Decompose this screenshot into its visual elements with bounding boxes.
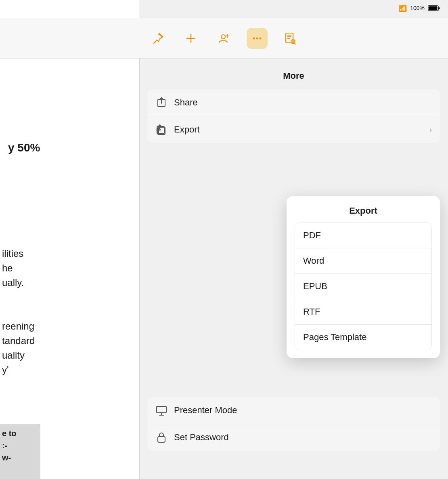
presenter-icon [155,404,167,416]
doc-preview-button[interactable] [280,28,301,49]
lock-icon [155,431,167,443]
share-icon [155,97,167,109]
doc-box-text: e to:-w- [2,427,17,464]
presenter-mode-label: Presenter Mode [174,405,432,416]
svg-line-14 [294,43,295,44]
panel-divider [139,59,140,479]
export-word-button[interactable]: Word [295,248,431,273]
export-epub-label: EPUB [303,281,327,292]
share-label: Share [174,97,432,108]
battery-percentage: 100% [410,5,425,11]
set-password-label: Set Password [174,432,432,443]
export-pages-template-button[interactable]: Pages Template [295,324,431,350]
add-user-button[interactable] [214,28,234,49]
more-panel-title: More [139,59,448,89]
export-popup: Export PDF Word EPUB RTF Pages Template [287,196,440,358]
export-popup-title: Export [287,196,440,223]
export-epub-button[interactable]: EPUB [295,273,431,299]
toolbar [0,18,448,59]
export-label: Export [174,124,423,135]
svg-rect-18 [157,406,166,413]
doc-text-2: ilitiesheually. [2,246,24,290]
pin-button[interactable] [147,28,168,49]
svg-point-8 [253,37,255,39]
battery-icon [428,5,440,11]
svg-point-5 [221,35,225,39]
bottom-menu-list: Presenter Mode Set Password [147,397,440,451]
export-pdf-button[interactable]: PDF [295,223,431,248]
wifi-icon: 📶 [399,4,407,12]
svg-rect-2 [439,7,440,9]
doc-text-1: y 50% [8,141,40,154]
document-background: y 50% ilitiesheually. reeningtandarduali… [0,0,139,479]
add-button[interactable] [180,28,201,49]
svg-point-10 [260,37,262,39]
presenter-mode-menu-item[interactable]: Presenter Mode [147,397,440,424]
set-password-menu-item[interactable]: Set Password [147,424,440,451]
export-options-list: PDF Word EPUB RTF Pages Template [295,223,432,350]
svg-rect-1 [429,6,438,10]
export-menu-item[interactable]: Export › [147,116,440,143]
more-button[interactable] [247,28,268,49]
more-menu-list: Share Export › [147,89,440,143]
svg-point-9 [256,37,258,39]
export-rtf-label: RTF [303,307,320,317]
share-menu-item[interactable]: Share [147,89,440,116]
status-bar: 📶 100% [367,0,448,16]
export-icon [155,124,167,136]
doc-text-3: reeningtandardualityy' [2,319,35,377]
svg-rect-21 [158,437,165,442]
export-pages-template-label: Pages Template [303,332,366,342]
export-word-label: Word [303,256,324,266]
export-pdf-label: PDF [303,230,321,241]
export-chevron: › [429,126,432,134]
bottom-menu-area: Presenter Mode Set Password [139,393,448,455]
more-panel: More Share [139,59,448,479]
export-rtf-button[interactable]: RTF [295,299,431,324]
